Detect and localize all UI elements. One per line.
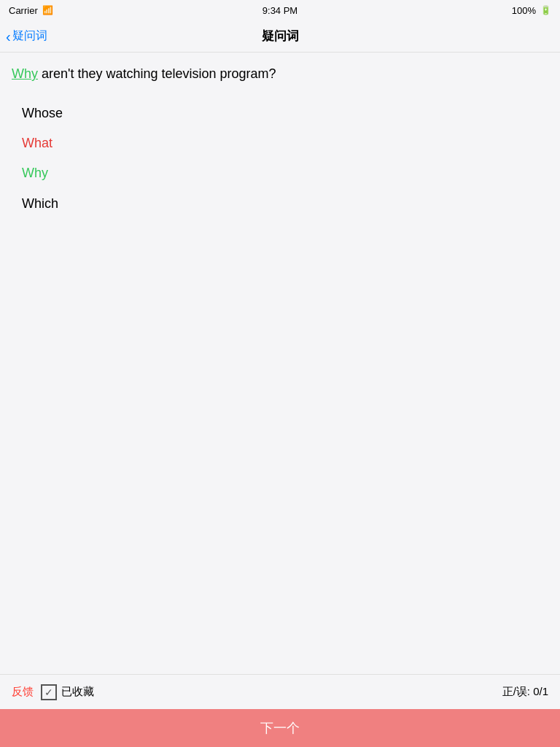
- options-list: Whose What Why Which: [12, 98, 548, 219]
- wifi-icon: 📶: [42, 5, 53, 15]
- option-what[interactable]: What: [12, 128, 548, 158]
- bottom-left: 反馈 ✓ 已收藏: [12, 684, 94, 700]
- status-left: Carrier 📶: [9, 5, 53, 16]
- checkmark-icon: ✓: [44, 686, 53, 698]
- next-button[interactable]: 下一个: [0, 709, 560, 747]
- option-whose[interactable]: Whose: [12, 98, 548, 128]
- nav-bar: ‹ 疑问词 疑问词: [0, 20, 560, 53]
- feedback-button[interactable]: 反馈: [12, 685, 34, 699]
- chevron-left-icon: ‹: [6, 29, 11, 44]
- status-right: 100% 🔋: [512, 5, 551, 16]
- bottom-bar: 反馈 ✓ 已收藏 正/误: 0/1: [0, 674, 560, 709]
- nav-title: 疑问词: [262, 28, 299, 44]
- bookmark-label: 已收藏: [61, 685, 94, 699]
- question-blank-word: Why: [12, 66, 38, 81]
- content-area: Why aren't they watching television prog…: [0, 53, 560, 219]
- battery-icon: 🔋: [540, 5, 551, 15]
- status-time: 9:34 PM: [262, 5, 298, 16]
- question-text: Why aren't they watching television prog…: [12, 64, 548, 84]
- status-bar: Carrier 📶 9:34 PM 100% 🔋: [0, 0, 560, 20]
- bookmark-area[interactable]: ✓ 已收藏: [41, 684, 94, 700]
- battery-percent: 100%: [512, 5, 536, 16]
- back-button[interactable]: ‹ 疑问词: [6, 28, 47, 44]
- option-which[interactable]: Which: [12, 189, 548, 219]
- carrier-text: Carrier: [9, 5, 38, 16]
- score-text: 正/误: 0/1: [502, 685, 548, 699]
- bookmark-checkbox[interactable]: ✓: [41, 684, 57, 700]
- option-why[interactable]: Why: [12, 158, 548, 188]
- question-suffix: aren't they watching television program?: [38, 66, 276, 81]
- back-label: 疑问词: [12, 28, 47, 44]
- next-button-label: 下一个: [260, 719, 300, 737]
